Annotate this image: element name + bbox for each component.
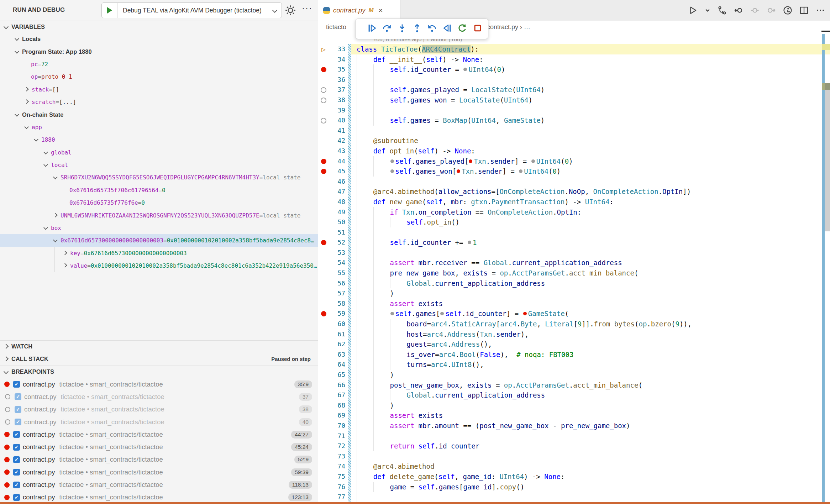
gutter-breakpoint-column[interactable] — [318, 75, 329, 85]
breadcrumb-folder[interactable]: tictacto — [326, 23, 346, 31]
tree-row[interactable]: scratch = [...] — [0, 96, 318, 108]
code-line[interactable]: 40self.games = BoxMap(UInt64, GameState) — [318, 115, 830, 126]
code-line[interactable]: 53 — [318, 248, 830, 258]
code-line[interactable]: 70assert mbr.amount == (post_new_game_bo… — [318, 421, 830, 431]
code-line[interactable]: 55pre_new_game_box, exists = op.AcctPara… — [318, 268, 830, 278]
chevron-down-icon[interactable] — [43, 162, 48, 167]
chevron-right-icon[interactable] — [24, 99, 29, 104]
code-line[interactable]: 63is_over=arc4.Bool(False), # noqa: FBT0… — [318, 350, 830, 360]
code-line[interactable]: 73 — [318, 451, 830, 462]
code-line[interactable]: 44self.games_played[Txn.sender] = UInt64… — [318, 156, 830, 167]
code-line[interactable]: 36 — [318, 75, 830, 85]
more-actions-icon[interactable]: ··· — [302, 3, 312, 13]
code-line[interactable]: 34def __init__(self) -> None: — [318, 54, 830, 65]
chevron-right-icon[interactable] — [53, 213, 58, 217]
breakpoint-checkbox[interactable]: ✓ — [15, 419, 21, 425]
call-stack-section-header[interactable]: CALL STACK Paused on step — [0, 353, 318, 365]
inline-breakpoint-candidate-icon[interactable] — [390, 169, 394, 173]
code-line[interactable]: 54assert mbr.receiver == Global.current_… — [318, 258, 830, 268]
chevron-down-icon[interactable] — [34, 137, 38, 142]
code-line[interactable]: 57) — [318, 288, 830, 299]
code-line[interactable]: 51 — [318, 227, 830, 238]
code-line[interactable]: 47@arc4.abimethod(allow_actions=[OnCompl… — [318, 187, 830, 197]
tree-row[interactable]: box — [0, 222, 318, 234]
gutter-breakpoint-column[interactable] — [318, 248, 329, 258]
reverse-continue-icon[interactable] — [443, 23, 452, 34]
code-line[interactable]: 42@subroutine — [318, 136, 830, 146]
gutter-breakpoint-column[interactable] — [318, 482, 329, 492]
gutter-breakpoint-column[interactable] — [318, 492, 329, 502]
code-line[interactable]: 66post_new_game_box, exists = op.AcctPar… — [318, 380, 830, 390]
chevron-down-icon[interactable] — [53, 175, 58, 180]
debug-config-dropdown[interactable]: Debug TEAL via AlgoKit AVM Debugger (tic… — [101, 2, 282, 18]
source-control-graph-icon[interactable] — [718, 6, 727, 15]
code-line[interactable]: 38self.games_won = LocalState(UInt64) — [318, 95, 830, 105]
gutter-breakpoint-column[interactable] — [318, 227, 329, 238]
code-line[interactable]: 58assert exists — [318, 299, 830, 309]
tree-row[interactable]: local — [0, 159, 318, 171]
next-change-icon[interactable] — [767, 6, 776, 15]
inline-breakpoint-candidate-icon[interactable] — [390, 159, 394, 163]
tree-row[interactable]: On-chain State — [0, 108, 318, 121]
tree-row[interactable]: app — [0, 121, 318, 133]
gutter-breakpoint-column[interactable] — [318, 370, 329, 380]
code-line[interactable]: 37self.games_played = LocalState(UInt64) — [318, 85, 830, 95]
code-line[interactable]: 61host=arc4.Address(Txn.sender), — [318, 329, 830, 340]
inline-breakpoint-candidate-icon[interactable] — [519, 169, 522, 173]
gutter-breakpoint-column[interactable] — [318, 237, 329, 248]
code-line[interactable]: 69assert exists — [318, 410, 830, 421]
breakpoint-row[interactable]: ✓contract.pytictactoe • smart_contracts/… — [0, 378, 318, 390]
gutter-breakpoint-column[interactable] — [318, 177, 329, 187]
code-line[interactable]: 74@arc4.abimethod — [318, 461, 830, 472]
chevron-down-icon[interactable] — [43, 225, 48, 230]
code-line[interactable]: 41 — [318, 126, 830, 136]
breakpoint-row[interactable]: ✓contract.pytictactoe • smart_contracts/… — [0, 466, 318, 478]
breakpoint-row[interactable]: ✓contract.pytictactoe • smart_contracts/… — [0, 441, 318, 453]
gutter-breakpoint-column[interactable] — [318, 359, 329, 370]
gutter-breakpoint-column[interactable] — [318, 472, 329, 482]
inline-breakpoint-icon[interactable] — [469, 159, 472, 163]
breakpoint-row[interactable]: ✓contract.pytictactoe • smart_contracts/… — [0, 428, 318, 441]
gutter-breakpoint-column[interactable] — [318, 380, 329, 390]
chevron-down-icon[interactable] — [24, 125, 29, 129]
change-icon[interactable] — [750, 6, 760, 15]
code-line[interactable]: 77 — [318, 492, 830, 502]
code-line[interactable]: 76game = self.games[game_id].copy() — [318, 482, 830, 492]
gutter-breakpoint-column[interactable] — [318, 431, 329, 441]
step-back-icon[interactable] — [427, 23, 437, 34]
code-line[interactable]: 52self.id_counter += 1 — [318, 237, 830, 248]
gutter-breakpoint-column[interactable] — [318, 319, 329, 329]
breakpoint-checkbox[interactable]: ✓ — [13, 444, 20, 451]
tab-contract-py[interactable]: contract.py M × — [318, 0, 401, 21]
tree-row[interactable]: 0x67616d65735f776f6e = 0 — [0, 196, 318, 209]
inline-breakpoint-candidate-icon[interactable] — [390, 312, 394, 315]
gutter-breakpoint-column[interactable] — [318, 258, 329, 268]
tree-row[interactable]: 0x67616d6573000000000000000003 = 0x01000… — [0, 234, 318, 247]
gutter-breakpoint-column[interactable] — [318, 136, 329, 146]
code-line[interactable]: 48def new_game(self, mbr: gtxn.PaymentTr… — [318, 197, 830, 207]
stop-icon[interactable] — [473, 23, 482, 34]
tree-row[interactable]: pc = 72 — [0, 58, 318, 70]
breakpoint-checkbox[interactable]: ✓ — [13, 494, 20, 501]
inline-breakpoint-icon[interactable] — [457, 169, 460, 173]
inline-breakpoint-candidate-icon[interactable] — [468, 241, 471, 244]
code-line[interactable]: 39 — [318, 105, 830, 116]
breakpoint-row[interactable]: ✓contract.pytictactoe • smart_contracts/… — [0, 390, 318, 403]
breakpoint-row[interactable]: ✓contract.pytictactoe • smart_contracts/… — [0, 491, 318, 504]
more-actions-icon[interactable] — [816, 6, 825, 15]
breakpoint-row[interactable]: ✓contract.pytictactoe • smart_contracts/… — [0, 478, 318, 491]
tree-row[interactable]: Locals — [0, 33, 318, 45]
gutter-breakpoint-column[interactable] — [318, 288, 329, 299]
chevron-down-icon[interactable] — [15, 36, 19, 41]
gutter-breakpoint-column[interactable] — [318, 64, 329, 75]
breadcrumb-file[interactable]: contract.py › … — [487, 23, 530, 31]
run-python-icon[interactable] — [688, 6, 698, 15]
tree-row[interactable]: op = proto 0 1 — [0, 70, 318, 83]
gutter-breakpoint-column[interactable] — [318, 400, 329, 411]
gutter-breakpoint-column[interactable] — [318, 95, 329, 105]
breakpoint-checkbox[interactable]: ✓ — [15, 406, 21, 413]
timeline-icon[interactable] — [783, 6, 792, 15]
gutter-breakpoint-column[interactable] — [318, 105, 329, 116]
previous-change-icon[interactable] — [734, 6, 743, 15]
gutter-breakpoint-column[interactable] — [318, 197, 329, 207]
